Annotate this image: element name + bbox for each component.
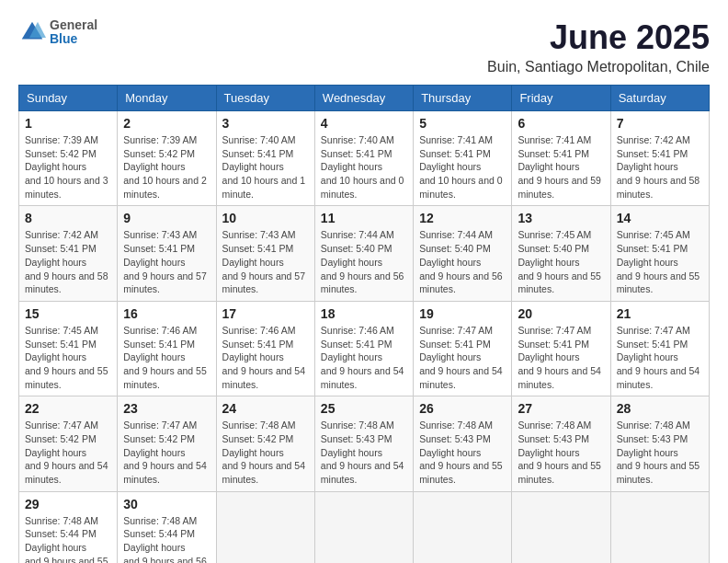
- table-row: 24 Sunrise: 7:48 AM Sunset: 5:42 PM Dayl…: [216, 396, 314, 491]
- day-info: Sunrise: 7:46 AM Sunset: 5:41 PM Dayligh…: [222, 324, 309, 391]
- logo-text: General Blue: [50, 18, 97, 47]
- header-monday: Monday: [118, 86, 216, 111]
- day-number: 3: [222, 116, 309, 131]
- table-row: 9 Sunrise: 7:43 AM Sunset: 5:41 PM Dayli…: [118, 206, 216, 301]
- calendar-table: Sunday Monday Tuesday Wednesday Thursday…: [18, 85, 710, 563]
- logo-general-text: General: [50, 18, 97, 32]
- table-row: 13 Sunrise: 7:45 AM Sunset: 5:40 PM Dayl…: [512, 206, 610, 301]
- day-number: 8: [25, 211, 111, 225]
- table-row: 18 Sunrise: 7:46 AM Sunset: 5:41 PM Dayl…: [314, 301, 413, 396]
- day-info: Sunrise: 7:39 AM Sunset: 5:42 PM Dayligh…: [123, 133, 210, 201]
- table-row: [512, 491, 610, 563]
- location-title: Buin, Santiago Metropolitan, Chile: [487, 59, 710, 75]
- table-row: 16 Sunrise: 7:46 AM Sunset: 5:41 PM Dayl…: [118, 301, 216, 396]
- table-row: 26 Sunrise: 7:48 AM Sunset: 5:43 PM Dayl…: [414, 396, 512, 491]
- day-info: Sunrise: 7:48 AM Sunset: 5:43 PM Dayligh…: [518, 419, 604, 486]
- day-number: 4: [321, 116, 407, 131]
- day-info: Sunrise: 7:48 AM Sunset: 5:44 PM Dayligh…: [123, 514, 210, 563]
- logo-icon: [18, 18, 46, 46]
- header-friday: Friday: [512, 86, 610, 111]
- day-number: 21: [617, 306, 703, 321]
- day-number: 11: [321, 211, 407, 225]
- table-row: 7 Sunrise: 7:42 AM Sunset: 5:41 PM Dayli…: [610, 111, 709, 206]
- day-info: Sunrise: 7:48 AM Sunset: 5:43 PM Dayligh…: [617, 419, 703, 486]
- table-row: 30 Sunrise: 7:48 AM Sunset: 5:44 PM Dayl…: [118, 491, 216, 563]
- calendar-header-row: Sunday Monday Tuesday Wednesday Thursday…: [19, 86, 710, 111]
- table-row: 15 Sunrise: 7:45 AM Sunset: 5:41 PM Dayl…: [19, 301, 118, 396]
- day-number: 15: [25, 306, 111, 321]
- day-number: 26: [419, 401, 506, 416]
- header-tuesday: Tuesday: [216, 86, 314, 111]
- day-number: 17: [222, 306, 309, 321]
- title-area: June 2025 Buin, Santiago Metropolitan, C…: [487, 18, 710, 75]
- day-info: Sunrise: 7:41 AM Sunset: 5:41 PM Dayligh…: [518, 133, 604, 201]
- page-header: General Blue June 2025 Buin, Santiago Me…: [18, 18, 710, 75]
- table-row: 21 Sunrise: 7:47 AM Sunset: 5:41 PM Dayl…: [610, 301, 709, 396]
- day-number: 23: [123, 401, 210, 416]
- table-row: 1 Sunrise: 7:39 AM Sunset: 5:42 PM Dayli…: [19, 111, 118, 206]
- day-info: Sunrise: 7:45 AM Sunset: 5:41 PM Dayligh…: [617, 228, 703, 295]
- day-info: Sunrise: 7:47 AM Sunset: 5:41 PM Dayligh…: [419, 324, 506, 391]
- day-info: Sunrise: 7:47 AM Sunset: 5:41 PM Dayligh…: [518, 324, 604, 391]
- logo: General Blue: [18, 18, 97, 47]
- table-row: 5 Sunrise: 7:41 AM Sunset: 5:41 PM Dayli…: [414, 111, 512, 206]
- day-info: Sunrise: 7:44 AM Sunset: 5:40 PM Dayligh…: [321, 228, 407, 295]
- table-row: 22 Sunrise: 7:47 AM Sunset: 5:42 PM Dayl…: [19, 396, 118, 491]
- day-number: 16: [123, 306, 210, 321]
- day-number: 13: [518, 211, 604, 225]
- table-row: 23 Sunrise: 7:47 AM Sunset: 5:42 PM Dayl…: [118, 396, 216, 491]
- day-number: 25: [321, 401, 407, 416]
- table-row: 8 Sunrise: 7:42 AM Sunset: 5:41 PM Dayli…: [19, 206, 118, 301]
- day-number: 29: [25, 497, 111, 511]
- day-number: 20: [518, 306, 604, 321]
- table-row: 29 Sunrise: 7:48 AM Sunset: 5:44 PM Dayl…: [19, 491, 118, 563]
- table-row: [314, 491, 413, 563]
- table-row: [610, 491, 709, 563]
- month-title: June 2025: [487, 18, 710, 57]
- table-row: 14 Sunrise: 7:45 AM Sunset: 5:41 PM Dayl…: [610, 206, 709, 301]
- day-info: Sunrise: 7:43 AM Sunset: 5:41 PM Dayligh…: [123, 228, 210, 295]
- day-number: 28: [617, 401, 703, 416]
- table-row: 25 Sunrise: 7:48 AM Sunset: 5:43 PM Dayl…: [314, 396, 413, 491]
- day-info: Sunrise: 7:48 AM Sunset: 5:43 PM Dayligh…: [419, 419, 506, 486]
- day-info: Sunrise: 7:42 AM Sunset: 5:41 PM Dayligh…: [617, 133, 703, 201]
- table-row: 20 Sunrise: 7:47 AM Sunset: 5:41 PM Dayl…: [512, 301, 610, 396]
- day-number: 19: [419, 306, 506, 321]
- day-info: Sunrise: 7:45 AM Sunset: 5:40 PM Dayligh…: [518, 228, 604, 295]
- header-wednesday: Wednesday: [314, 86, 413, 111]
- table-row: 2 Sunrise: 7:39 AM Sunset: 5:42 PM Dayli…: [118, 111, 216, 206]
- header-saturday: Saturday: [610, 86, 709, 111]
- day-info: Sunrise: 7:41 AM Sunset: 5:41 PM Dayligh…: [419, 133, 506, 201]
- table-row: 17 Sunrise: 7:46 AM Sunset: 5:41 PM Dayl…: [216, 301, 314, 396]
- day-number: 22: [25, 401, 111, 416]
- day-number: 6: [518, 116, 604, 131]
- table-row: [414, 491, 512, 563]
- day-number: 24: [222, 401, 309, 416]
- header-sunday: Sunday: [19, 86, 118, 111]
- day-info: Sunrise: 7:43 AM Sunset: 5:41 PM Dayligh…: [222, 228, 309, 295]
- day-number: 12: [419, 211, 506, 225]
- day-info: Sunrise: 7:42 AM Sunset: 5:41 PM Dayligh…: [25, 228, 111, 295]
- day-number: 9: [123, 211, 210, 225]
- day-info: Sunrise: 7:45 AM Sunset: 5:41 PM Dayligh…: [25, 324, 111, 391]
- table-row: 3 Sunrise: 7:40 AM Sunset: 5:41 PM Dayli…: [216, 111, 314, 206]
- table-row: 10 Sunrise: 7:43 AM Sunset: 5:41 PM Dayl…: [216, 206, 314, 301]
- day-info: Sunrise: 7:47 AM Sunset: 5:42 PM Dayligh…: [123, 419, 210, 486]
- table-row: 4 Sunrise: 7:40 AM Sunset: 5:41 PM Dayli…: [314, 111, 413, 206]
- day-number: 27: [518, 401, 604, 416]
- day-number: 18: [321, 306, 407, 321]
- day-info: Sunrise: 7:40 AM Sunset: 5:41 PM Dayligh…: [321, 133, 407, 201]
- table-row: 12 Sunrise: 7:44 AM Sunset: 5:40 PM Dayl…: [414, 206, 512, 301]
- day-info: Sunrise: 7:47 AM Sunset: 5:42 PM Dayligh…: [25, 419, 111, 486]
- header-thursday: Thursday: [414, 86, 512, 111]
- day-info: Sunrise: 7:44 AM Sunset: 5:40 PM Dayligh…: [419, 228, 506, 295]
- day-info: Sunrise: 7:40 AM Sunset: 5:41 PM Dayligh…: [222, 133, 309, 201]
- table-row: [216, 491, 314, 563]
- day-number: 5: [419, 116, 506, 131]
- day-info: Sunrise: 7:46 AM Sunset: 5:41 PM Dayligh…: [321, 324, 407, 391]
- day-info: Sunrise: 7:48 AM Sunset: 5:43 PM Dayligh…: [321, 419, 407, 486]
- day-info: Sunrise: 7:39 AM Sunset: 5:42 PM Dayligh…: [25, 133, 111, 201]
- day-number: 1: [25, 116, 111, 131]
- table-row: 6 Sunrise: 7:41 AM Sunset: 5:41 PM Dayli…: [512, 111, 610, 206]
- day-info: Sunrise: 7:46 AM Sunset: 5:41 PM Dayligh…: [123, 324, 210, 391]
